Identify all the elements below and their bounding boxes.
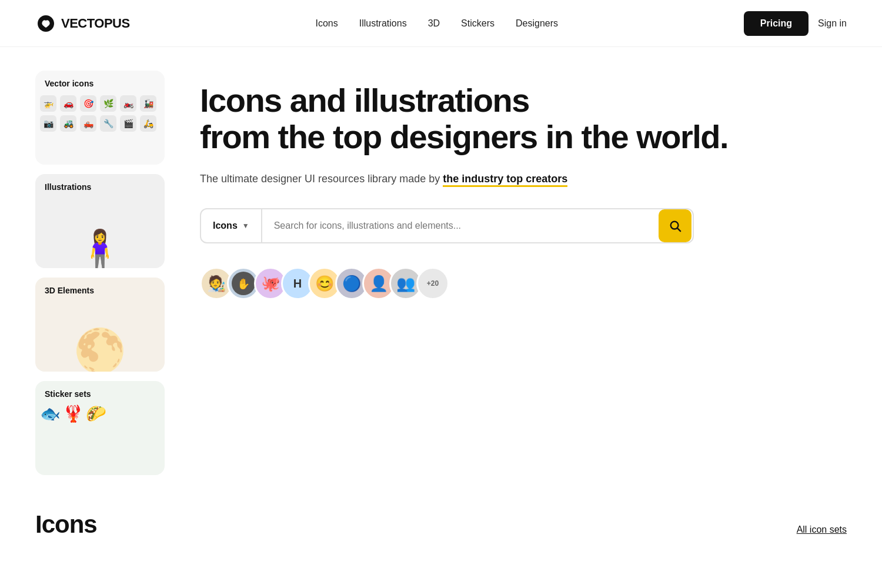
search-category-dropdown[interactable]: Icons ▼ xyxy=(201,209,262,242)
search-input[interactable] xyxy=(262,220,657,231)
card-visual-3d: 🌕 xyxy=(35,300,165,372)
icon-scatter-item: 🔧 xyxy=(100,115,116,132)
nav-3d[interactable]: 3D xyxy=(428,18,440,28)
icon-scatter-item: 🎯 xyxy=(80,95,96,112)
search-category-label: Icons xyxy=(213,220,238,231)
logo-icon xyxy=(35,13,56,34)
all-icon-sets-link[interactable]: All icon sets xyxy=(797,524,847,535)
sidebar-card-vector-icons[interactable]: Vector icons 🚁 🚗 🎯 🌿 🏍️ 🚂 📷 🚜 🛻 🔧 🎬 🛵 xyxy=(35,71,165,165)
sidebar-card-illustrations[interactable]: Illustrations 🧍‍♀️ xyxy=(35,174,165,268)
sticker-item: 🌮 xyxy=(86,406,106,422)
brand-name: VECTOPUS xyxy=(61,16,130,31)
search-bar: Icons ▼ xyxy=(200,208,694,243)
svg-text:✋: ✋ xyxy=(237,278,250,290)
bottom-section: Icons All icon sets xyxy=(0,475,882,539)
hero-section: Icons and illustrations from the top des… xyxy=(200,71,847,475)
sidebar: Vector icons 🚁 🚗 🎯 🌿 🏍️ 🚂 📷 🚜 🛻 🔧 🎬 🛵 xyxy=(35,71,165,475)
designers-row: 🧑‍🎨 ✋ 🐙 H 😊 🔵 👤 👥 +20 xyxy=(200,267,847,300)
icons-section-title: Icons xyxy=(35,510,97,539)
card-label-illustrations: Illustrations xyxy=(35,174,165,196)
icon-scatter-item: 📷 xyxy=(40,115,56,132)
hero-headline: Icons and illustrations from the top des… xyxy=(200,82,847,155)
designer-count: +20 xyxy=(416,267,449,300)
svg-point-0 xyxy=(671,222,679,229)
icon-scatter-item: 🚁 xyxy=(40,95,56,112)
nav-stickers[interactable]: Stickers xyxy=(461,18,495,28)
search-icon xyxy=(669,219,681,232)
subtext-prefix: The ultimate designer UI resources libra… xyxy=(200,173,440,185)
main-layout: Vector icons 🚁 🚗 🎯 🌿 🏍️ 🚂 📷 🚜 🛻 🔧 🎬 🛵 xyxy=(0,47,882,475)
subtext-highlight: the industry top creators xyxy=(443,173,567,187)
sticker-item: 🦞 xyxy=(63,406,83,422)
card-label-stickers: Sticker sets xyxy=(35,381,165,403)
icon-scatter-item: 🌿 xyxy=(100,95,116,112)
card-label-vector-icons: Vector icons xyxy=(35,71,165,93)
card-label-3d: 3D Elements xyxy=(35,278,165,300)
sidebar-card-stickers[interactable]: Sticker sets 🐟 🦞 🌮 xyxy=(35,381,165,475)
icon-scatter-item: 🚂 xyxy=(140,95,156,112)
logo[interactable]: VECTOPUS xyxy=(35,13,130,34)
headline-line2: from the top designers in the world. xyxy=(200,118,728,155)
hero-subtext: The ultimate designer UI resources libra… xyxy=(200,171,847,187)
designer-icon-2: ✋ xyxy=(232,272,255,295)
navbar: VECTOPUS Icons Illustrations 3D Stickers… xyxy=(0,0,882,47)
svg-line-1 xyxy=(678,229,681,232)
3d-blob: 🌕 xyxy=(74,329,126,372)
sidebar-card-3d[interactable]: 3D Elements 🌕 xyxy=(35,278,165,372)
icon-scatter-item: 🚜 xyxy=(60,115,76,132)
search-button[interactable] xyxy=(659,209,691,242)
nav-icons[interactable]: Icons xyxy=(315,18,338,28)
chevron-down-icon: ▼ xyxy=(242,222,249,230)
illustration-figure: 🧍‍♀️ xyxy=(76,230,123,268)
card-visual-illustrations: 🧍‍♀️ xyxy=(35,196,165,268)
nav-right: Pricing Sign in xyxy=(744,11,847,36)
sticker-item: 🐟 xyxy=(40,406,61,422)
icon-scatter-item: 🏍️ xyxy=(120,95,136,112)
nav-links: Icons Illustrations 3D Stickers Designer… xyxy=(315,18,558,29)
pricing-button[interactable]: Pricing xyxy=(744,11,808,36)
icon-scatter-item: 🚗 xyxy=(60,95,76,112)
icon-scatter-item: 🛻 xyxy=(80,115,96,132)
card-visual-vector-icons: 🚁 🚗 🎯 🌿 🏍️ 🚂 📷 🚜 🛻 🔧 🎬 🛵 xyxy=(35,93,165,165)
nav-designers[interactable]: Designers xyxy=(516,18,558,28)
icon-scatter-item: 🛵 xyxy=(140,115,156,132)
nav-illustrations[interactable]: Illustrations xyxy=(359,18,407,28)
headline-line1: Icons and illustrations xyxy=(200,82,529,119)
card-visual-stickers: 🐟 🦞 🌮 xyxy=(35,403,165,475)
signin-button[interactable]: Sign in xyxy=(818,18,847,29)
icon-scatter-item: 🎬 xyxy=(120,115,136,132)
